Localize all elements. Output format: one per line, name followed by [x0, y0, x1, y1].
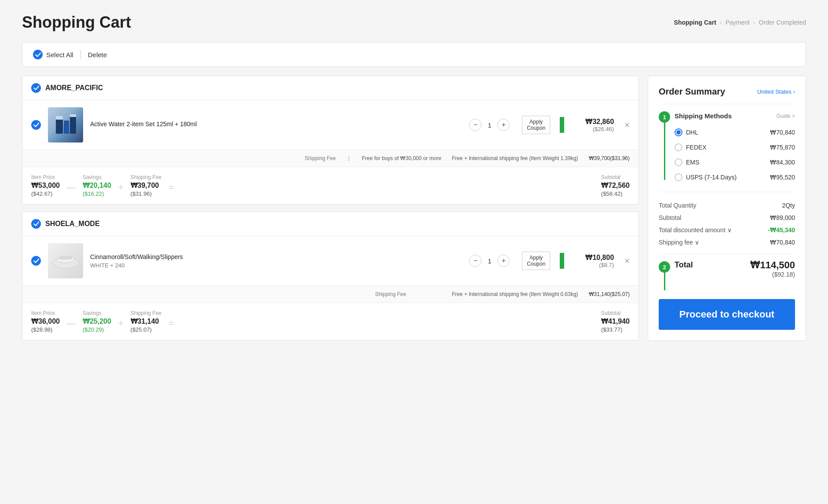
order-line-discount: Total discounted amount ∨ -₩45,340	[659, 224, 795, 236]
total-value-block: ₩114,500 ($92.18)	[750, 259, 795, 278]
product-name-amore-0: Active Water 2-item Set 125ml + 180ml	[90, 121, 462, 128]
shipping-option-dhl[interactable]: DHL ₩70,840	[675, 125, 795, 140]
product-check-shoela-0[interactable]	[31, 256, 41, 266]
step1-title: Shipping Methods	[675, 112, 732, 120]
shipping-fee-label-text: Shipping fee	[659, 239, 693, 246]
store-check-icon-shoela	[31, 219, 41, 229]
summary-savings-label-amore: Savings	[83, 174, 111, 180]
summary-savings-amore: Savings ₩20,140 ($16.22)	[83, 174, 111, 197]
coupon-bar-amore-0	[560, 117, 564, 133]
product-img-placeholder	[48, 107, 83, 142]
shipping-option-left-fedex: FEDEX	[675, 143, 707, 151]
summary-savings-value-shoela: ₩25,200	[83, 317, 111, 325]
guide-link[interactable]: Guide >	[777, 113, 795, 119]
order-summary-header: Order Summary United States ›	[659, 87, 795, 97]
summary-shipping-usd-amore: ($31.96)	[131, 190, 162, 197]
radio-usps[interactable]	[675, 173, 682, 181]
order-summary-title: Order Summary	[659, 87, 725, 97]
coupon-button-amore-0[interactable]: ApplyCoupon	[522, 116, 550, 134]
order-line-subtotal: Subtotal ₩89,000	[659, 212, 795, 224]
qty-increase-shoela-0[interactable]: +	[497, 255, 510, 267]
remove-button-amore-0[interactable]: ×	[624, 120, 630, 130]
checkout-button[interactable]: Proceed to checkout	[659, 299, 795, 330]
shipping-detail-amore: Free + International shipping fee (Item …	[452, 155, 578, 161]
page-title: Shopping Cart	[22, 13, 131, 32]
product-info-amore-0: Active Water 2-item Set 125ml + 180ml	[90, 121, 462, 129]
summary-row-amore: Item Price ₩53,000 ($42.67) — Savings ₩2…	[22, 167, 638, 204]
region-link[interactable]: United States ›	[757, 88, 795, 95]
shipping-option-usps[interactable]: USPS (7-14 Days) ₩95,520	[675, 170, 795, 185]
summary-item-price-value-amore: ₩53,000	[31, 181, 60, 190]
step1-line	[664, 123, 665, 180]
cart-section: AMORE_PACIFIC	[22, 76, 639, 340]
summary-sep2-amore: +	[118, 179, 124, 193]
product-price-usd-shoela-0: ($8.7)	[578, 262, 614, 268]
total-content: Total ₩114,500 ($92.18)	[675, 259, 795, 278]
summary-shipping-label-shoela: Shipping Fee	[131, 310, 162, 316]
shipping-fee-chevron: ∨	[695, 239, 699, 246]
summary-shipping-amore: Shipping Fee ₩39,700 ($31.96)	[131, 174, 162, 197]
qty-decrease-amore-0[interactable]: −	[469, 119, 481, 131]
shipping-option-fedex[interactable]: FEDEX ₩75,870	[675, 140, 795, 155]
qty-value-amore-0: 1	[481, 121, 497, 129]
shipping-cost-dhl: ₩70,840	[770, 129, 795, 136]
radio-dhl[interactable]	[675, 128, 682, 136]
product-price-block-amore-0: ₩32,860 ($26.46)	[578, 117, 614, 132]
page-wrapper: Shopping Cart Shopping Cart › Payment › …	[0, 0, 828, 504]
shipping-cost-ems: ₩84,300	[770, 159, 795, 166]
shipping-cost-fedex: ₩75,870	[770, 144, 795, 151]
qty-decrease-shoela-0[interactable]: −	[469, 255, 481, 267]
shipping-row-amore: Shipping Fee | Free for buys of ₩30,000 …	[22, 150, 638, 167]
product-image-shoela-0	[48, 243, 83, 278]
step2-line	[664, 273, 665, 290]
summary-item-price-value-shoela: ₩36,000	[31, 317, 60, 325]
product-price-block-shoela-0: ₩10,800 ($8.7)	[578, 253, 614, 268]
total-amount-usd: ($92.18)	[750, 271, 795, 278]
step1-container: 1 Shipping Methods Guide > D	[659, 111, 795, 185]
delete-button[interactable]: Delete	[88, 51, 107, 58]
shipping-name-dhl: DHL	[686, 129, 698, 136]
breadcrumb-completed: Order Completed	[759, 19, 806, 26]
summary-savings-shoela: Savings ₩25,200 ($20.29)	[83, 310, 111, 333]
shipping-detail-shoela: Free + International shipping fee (Item …	[452, 291, 578, 297]
summary-subtotal-value-shoela: ₩41,940	[601, 317, 630, 325]
slipper-svg	[50, 250, 81, 272]
summary-shipping-label-amore: Shipping Fee	[131, 174, 162, 180]
summary-eq-amore: =	[168, 179, 174, 193]
radio-fedex[interactable]	[675, 143, 682, 151]
summary-subtotal-amore: Subtotal ₩72,560 ($58.42)	[601, 174, 630, 197]
breadcrumb-cart: Shopping Cart	[674, 19, 716, 26]
product-check-amore-0[interactable]	[31, 120, 41, 130]
svg-rect-4	[70, 114, 76, 117]
discount-chevron: ∨	[727, 226, 732, 234]
remove-button-shoela-0[interactable]: ×	[624, 256, 630, 266]
region-chevron: ›	[793, 88, 795, 95]
product-row-shoela-0: Cinnamoroll/Soft/Walking/Slippers WHITE …	[22, 236, 638, 286]
page-header: Shopping Cart Shopping Cart › Payment › …	[22, 13, 806, 32]
summary-item-price-label-shoela: Item Price	[31, 310, 60, 316]
select-all-button[interactable]: Select All	[33, 50, 73, 59]
store-header-amore: AMORE_PACIFIC	[22, 76, 638, 100]
shipping-option-left-ems: EMS	[675, 158, 699, 166]
coupon-button-shoela-0[interactable]: ApplyCoupon	[522, 252, 550, 270]
shipping-option-ems[interactable]: EMS ₩84,300	[675, 155, 795, 170]
store-checkmark-shoela	[33, 222, 39, 226]
step1-indicator: 1	[659, 111, 670, 180]
step1-circle: 1	[659, 111, 670, 123]
quantity-control-shoela-0: − 1 +	[469, 255, 510, 267]
store-block-shoela: SHOELA_MODE	[22, 212, 639, 340]
summary-subtotal-usd-amore: ($58.42)	[601, 190, 630, 197]
product-checkmark-shoela-0	[33, 259, 39, 263]
shipping-label-amore: Shipping Fee	[305, 155, 336, 161]
product-price-amore-0: ₩32,860	[585, 117, 614, 126]
product-row-amore-0: Active Water 2-item Set 125ml + 180ml − …	[22, 100, 638, 150]
summary-savings-usd-shoela: ($20.29)	[83, 326, 111, 333]
radio-ems[interactable]	[675, 158, 682, 166]
select-all-label: Select All	[46, 51, 73, 58]
shipping-name-usps: USPS (7-14 Days)	[686, 174, 737, 181]
qty-increase-amore-0[interactable]: +	[497, 119, 510, 131]
quantity-control-amore-0: − 1 +	[469, 119, 510, 131]
store-header-shoela: SHOELA_MODE	[22, 212, 638, 236]
order-discount-label: Total discounted amount ∨	[659, 226, 732, 234]
shipping-condition-amore: Free for buys of ₩30,000 or more	[362, 155, 441, 161]
